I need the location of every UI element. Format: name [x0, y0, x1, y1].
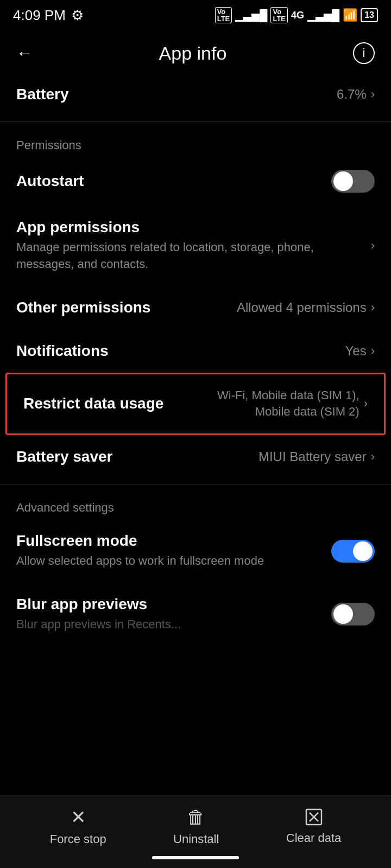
advanced-settings-section: Advanced settings Fullscreen mode Allow … [0, 490, 391, 646]
volte-badge-1: VoLTE [215, 7, 232, 23]
bottom-bar: ✕ Force stop 🗑 Uninstall Clear data [0, 795, 391, 868]
restrict-data-chevron-icon: › [364, 397, 368, 411]
permissions-section-label: Permissions [0, 127, 391, 157]
restrict-data-item-left: Restrict data usage [23, 395, 205, 412]
info-icon: i [363, 46, 365, 60]
battery-item[interactable]: Battery 6.7% › [0, 73, 391, 116]
blur-previews-label: Blur app previews [16, 596, 331, 613]
autostart-item-left: Autostart [16, 173, 331, 190]
notifications-label: Notifications [16, 342, 345, 360]
settings-gear-icon: ⚙ [71, 7, 84, 24]
status-left: 4:09 PM ⚙ [13, 7, 84, 24]
other-permissions-value: Allowed 4 permissions [237, 300, 367, 315]
advanced-settings-label: Advanced settings [0, 490, 391, 519]
battery-saver-label: Battery saver [16, 448, 258, 465]
fullscreen-mode-subtitle: Allow selected apps to work in fullscree… [16, 553, 331, 570]
other-permissions-item[interactable]: Other permissions Allowed 4 permissions … [0, 286, 391, 329]
force-stop-icon: ✕ [71, 806, 86, 828]
autostart-toggle-knob [333, 171, 353, 191]
blur-previews-subtitle: Blur app previews in Recents... [16, 616, 331, 633]
battery-saver-item-right: MIUI Battery saver › [258, 449, 375, 464]
permissions-section: Permissions Autostart App permissions Ma… [0, 127, 391, 478]
other-permissions-label: Other permissions [16, 299, 237, 316]
notifications-chevron-icon: › [371, 344, 375, 358]
restrict-data-item[interactable]: Restrict data usage Wi-Fi, Mobile data (… [5, 373, 386, 436]
page-title: App info [159, 43, 227, 64]
divider-1 [0, 122, 391, 122]
wifi-icon: 📶 [343, 8, 357, 22]
autostart-label: Autostart [16, 173, 331, 190]
fullscreen-toggle[interactable] [331, 540, 375, 563]
time-display: 4:09 PM [13, 7, 66, 24]
battery-label: Battery [16, 86, 337, 103]
battery-saver-chevron-icon: › [371, 450, 375, 464]
uninstall-action[interactable]: 🗑 Uninstall [173, 807, 219, 846]
top-navigation: ← App info i [0, 34, 391, 73]
notifications-item-right: Yes › [345, 343, 375, 359]
signal-bars-2: ▁▃▅█ [307, 9, 339, 22]
force-stop-label: Force stop [50, 832, 106, 846]
clear-data-icon [304, 807, 324, 827]
other-permissions-item-left: Other permissions [16, 299, 237, 316]
network-4g: 4G [291, 10, 304, 21]
status-bar: 4:09 PM ⚙ VoLTE ▁▃▅█ VoLTE 4G ▁▃▅█ 📶 13 [0, 0, 391, 28]
battery-item-right: 6.7% › [337, 87, 375, 102]
clear-data-label: Clear data [286, 831, 342, 845]
volte-badge-2: VoLTE [270, 7, 288, 23]
divider-2 [0, 484, 391, 484]
fullscreen-mode-label: Fullscreen mode [16, 532, 331, 550]
bottom-actions: ✕ Force stop 🗑 Uninstall Clear data [0, 795, 391, 852]
app-permissions-label: App permissions [16, 219, 371, 236]
fullscreen-mode-item[interactable]: Fullscreen mode Allow selected apps to w… [0, 519, 391, 583]
blur-previews-item[interactable]: Blur app previews Blur app previews in R… [0, 583, 391, 646]
restrict-data-label: Restrict data usage [23, 395, 205, 412]
uninstall-label: Uninstall [173, 832, 219, 846]
fullscreen-toggle-knob [353, 541, 373, 561]
app-permissions-item-right: › [371, 239, 375, 253]
battery-saver-item[interactable]: Battery saver MIUI Battery saver › [0, 435, 391, 478]
autostart-item-right [331, 170, 375, 193]
battery-value: 6.7% [337, 87, 367, 102]
battery-indicator: 13 [361, 8, 378, 22]
notifications-item[interactable]: Notifications Yes › [0, 329, 391, 373]
home-indicator [152, 856, 239, 859]
back-button[interactable]: ← [16, 44, 33, 62]
battery-saver-value: MIUI Battery saver [258, 449, 367, 464]
content-area: Battery 6.7% › Permissions Autostart App… [0, 73, 391, 733]
uninstall-icon: 🗑 [187, 807, 205, 828]
notifications-value: Yes [345, 343, 367, 359]
fullscreen-mode-item-right [331, 540, 375, 563]
restrict-data-item-right: Wi-Fi, Mobile data (SIM 1), Mobile data … [205, 387, 368, 421]
force-stop-action[interactable]: ✕ Force stop [50, 806, 106, 846]
other-permissions-chevron-icon: › [371, 301, 375, 315]
info-button[interactable]: i [353, 42, 375, 64]
battery-item-left: Battery [16, 86, 337, 103]
restrict-data-value: Wi-Fi, Mobile data (SIM 1), Mobile data … [205, 387, 360, 421]
fullscreen-mode-item-left: Fullscreen mode Allow selected apps to w… [16, 532, 331, 570]
blur-previews-item-right [331, 603, 375, 626]
battery-chevron-icon: › [371, 87, 375, 101]
blur-previews-toggle-knob [333, 604, 353, 624]
notifications-item-left: Notifications [16, 342, 345, 360]
autostart-toggle[interactable] [331, 170, 375, 193]
blur-previews-toggle[interactable] [331, 603, 375, 626]
app-permissions-item-left: App permissions Manage permissions relat… [16, 219, 371, 273]
app-permissions-chevron-icon: › [371, 239, 375, 253]
clear-data-action[interactable]: Clear data [286, 807, 342, 845]
blur-previews-item-left: Blur app previews Blur app previews in R… [16, 596, 331, 633]
other-permissions-item-right: Allowed 4 permissions › [237, 300, 375, 315]
signal-bars-1: ▁▃▅█ [235, 9, 267, 22]
app-permissions-item[interactable]: App permissions Manage permissions relat… [0, 206, 391, 286]
app-permissions-subtitle: Manage permissions related to location, … [16, 239, 371, 273]
battery-saver-item-left: Battery saver [16, 448, 258, 465]
autostart-item[interactable]: Autostart [0, 157, 391, 206]
status-right: VoLTE ▁▃▅█ VoLTE 4G ▁▃▅█ 📶 13 [215, 7, 378, 23]
